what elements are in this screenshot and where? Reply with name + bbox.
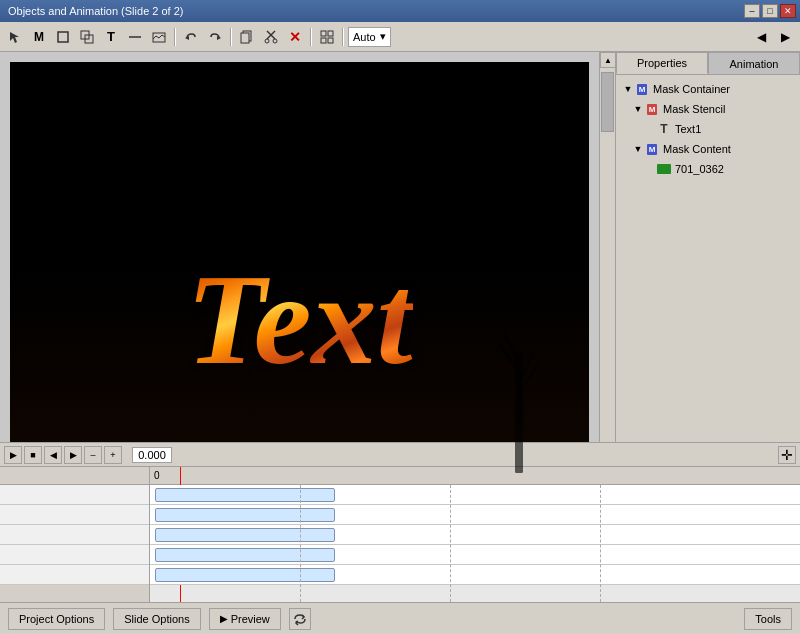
track-block-5[interactable] bbox=[155, 568, 335, 582]
grid-line-1 bbox=[300, 485, 301, 602]
text-tool-button[interactable]: T bbox=[100, 26, 122, 48]
expand-mask-content[interactable]: ▼ bbox=[632, 143, 644, 155]
image-tool-button[interactable] bbox=[148, 26, 170, 48]
expand-image bbox=[644, 163, 656, 175]
expand-mask-stencil[interactable]: ▼ bbox=[632, 103, 644, 115]
toolbar-sep-2 bbox=[230, 28, 232, 46]
title-bar-buttons: – □ ✕ bbox=[744, 4, 796, 18]
toolbar-sep-1 bbox=[174, 28, 176, 46]
mask-container-icon: M bbox=[634, 81, 650, 97]
redo-button[interactable] bbox=[204, 26, 226, 48]
tree-item-text1[interactable]: T Text1 bbox=[620, 119, 796, 139]
expand-mask-container[interactable]: ▼ bbox=[622, 83, 634, 95]
svg-point-12 bbox=[265, 39, 269, 43]
track-row-3 bbox=[150, 525, 800, 545]
scroll-thumb-v[interactable] bbox=[601, 72, 614, 132]
track-label-row-5 bbox=[0, 565, 149, 585]
svg-rect-17 bbox=[328, 38, 333, 43]
layout-dropdown-arrow: ▾ bbox=[380, 30, 386, 43]
loop-button[interactable] bbox=[289, 608, 311, 630]
mask-container-label: Mask Container bbox=[653, 83, 730, 95]
properties-tab[interactable]: Properties bbox=[616, 52, 708, 74]
prev-frame-button[interactable]: ◀ bbox=[44, 446, 62, 464]
grid-button[interactable] bbox=[316, 26, 338, 48]
mask-content-icon: M bbox=[644, 141, 660, 157]
cut-button[interactable] bbox=[260, 26, 282, 48]
tools-button[interactable]: Tools bbox=[744, 608, 792, 630]
svg-rect-16 bbox=[321, 38, 326, 43]
layout-dropdown[interactable]: Auto ▾ bbox=[348, 27, 391, 47]
timeline-tracks: 0 bbox=[150, 467, 800, 602]
rect-tool-button[interactable] bbox=[52, 26, 74, 48]
svg-rect-1 bbox=[58, 32, 68, 42]
group-tool-button[interactable] bbox=[76, 26, 98, 48]
svg-rect-14 bbox=[321, 31, 326, 36]
expand-text1 bbox=[644, 123, 656, 135]
track-row-5 bbox=[150, 565, 800, 585]
timeline-body: 0 bbox=[0, 467, 800, 602]
timeline-ruler: 0 bbox=[150, 467, 800, 485]
track-label-row-3 bbox=[0, 525, 149, 545]
copy-button[interactable] bbox=[236, 26, 258, 48]
select-tool-button[interactable] bbox=[4, 26, 26, 48]
tree-item-mask-content[interactable]: ▼ M Mask Content bbox=[620, 139, 796, 159]
text1-icon: T bbox=[656, 121, 672, 137]
project-options-button[interactable]: Project Options bbox=[8, 608, 105, 630]
scroll-up-arrow[interactable]: ▲ bbox=[600, 52, 615, 68]
zoom-out-button[interactable]: – bbox=[84, 446, 102, 464]
line-tool-button[interactable] bbox=[124, 26, 146, 48]
nav-right-button[interactable]: ▶ bbox=[774, 26, 796, 48]
track-label-row-1 bbox=[0, 485, 149, 505]
track-row-1 bbox=[150, 485, 800, 505]
grid-line-2 bbox=[450, 485, 451, 602]
nav-left-button[interactable]: ◀ bbox=[750, 26, 772, 48]
track-label-row-2 bbox=[0, 505, 149, 525]
mask-stencil-icon: M bbox=[644, 101, 660, 117]
layout-value: Auto bbox=[353, 31, 376, 43]
mask-content-label: Mask Content bbox=[663, 143, 731, 155]
close-button[interactable]: ✕ bbox=[780, 4, 796, 18]
text1-label: Text1 bbox=[675, 123, 701, 135]
delete-button[interactable]: ✕ bbox=[284, 26, 306, 48]
track-block-2[interactable] bbox=[155, 508, 335, 522]
next-frame-button[interactable]: ▶ bbox=[64, 446, 82, 464]
timeline-controls: ▶ ■ ◀ ▶ – + 0.000 ✛ bbox=[0, 443, 800, 467]
zoom-in-button[interactable]: + bbox=[104, 446, 122, 464]
toolbar: M T ✕ Auto ▾ ◀ ▶ bbox=[0, 22, 800, 52]
animation-tab[interactable]: Animation bbox=[708, 52, 800, 74]
title-bar: Objects and Animation (Slide 2 of 2) – □… bbox=[0, 0, 800, 22]
preview-button[interactable]: ▶ Preview bbox=[209, 608, 281, 630]
slide-text: Text bbox=[186, 254, 412, 384]
time-display: 0.000 bbox=[132, 447, 172, 463]
toolbar-sep-3 bbox=[310, 28, 312, 46]
timeline-labels bbox=[0, 467, 150, 602]
toolbar-sep-4 bbox=[342, 28, 344, 46]
tree-item-mask-stencil[interactable]: ▼ M Mask Stencil bbox=[620, 99, 796, 119]
undo-button[interactable] bbox=[180, 26, 202, 48]
play-button[interactable]: ▶ bbox=[4, 446, 22, 464]
timeline-nav-cross[interactable]: ✛ bbox=[778, 446, 796, 464]
svg-rect-15 bbox=[328, 31, 333, 36]
stop-button[interactable]: ■ bbox=[24, 446, 42, 464]
track-label-row-4 bbox=[0, 545, 149, 565]
tree-item-mask-container[interactable]: ▼ M Mask Container bbox=[620, 79, 796, 99]
bottom-bar: Project Options Slide Options ▶ Preview … bbox=[0, 602, 800, 634]
timeline-area: ▶ ■ ◀ ▶ – + 0.000 ✛ 0 bbox=[0, 442, 800, 602]
svg-line-21 bbox=[504, 333, 519, 363]
track-block-4[interactable] bbox=[155, 548, 335, 562]
slide-options-button[interactable]: Slide Options bbox=[113, 608, 200, 630]
title-bar-text: Objects and Animation (Slide 2 of 2) bbox=[8, 5, 183, 17]
track-block-3[interactable] bbox=[155, 528, 335, 542]
svg-marker-0 bbox=[10, 32, 19, 43]
svg-rect-9 bbox=[241, 33, 249, 43]
track-row-4 bbox=[150, 545, 800, 565]
panel-tabs: Properties Animation bbox=[616, 52, 800, 75]
m-tool-button[interactable]: M bbox=[28, 26, 50, 48]
mask-stencil-label: Mask Stencil bbox=[663, 103, 725, 115]
tree-item-image[interactable]: 701_0362 bbox=[620, 159, 796, 179]
minimize-button[interactable]: – bbox=[744, 4, 760, 18]
track-block-1[interactable] bbox=[155, 488, 335, 502]
maximize-button[interactable]: □ bbox=[762, 4, 778, 18]
grid-line-3 bbox=[600, 485, 601, 602]
svg-point-13 bbox=[273, 39, 277, 43]
